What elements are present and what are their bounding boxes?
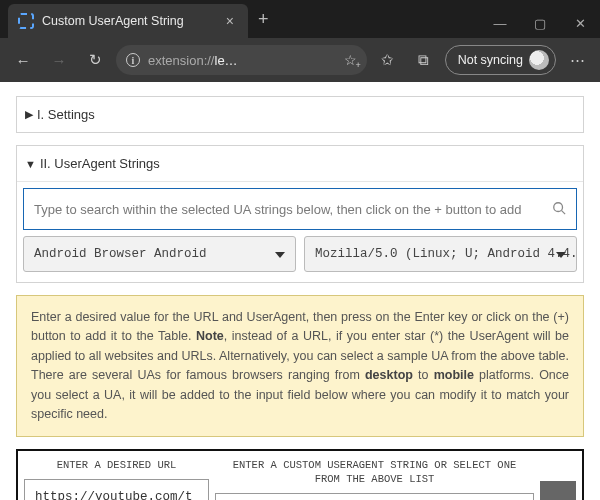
sync-button[interactable]: Not syncing bbox=[445, 45, 556, 75]
add-button[interactable]: + bbox=[540, 481, 576, 500]
settings-panel-title: I. Settings bbox=[37, 107, 95, 122]
window-controls: — ▢ ✕ bbox=[480, 8, 600, 38]
url-input[interactable]: https://youtube.com/tv bbox=[24, 479, 209, 500]
browser-tab[interactable]: Custom UserAgent String × bbox=[8, 4, 248, 38]
ua-panel-header[interactable]: ▼ II. UserAgent Strings bbox=[17, 146, 583, 182]
new-tab-button[interactable]: + bbox=[258, 9, 269, 30]
ua-panel-title: II. UserAgent Strings bbox=[40, 156, 160, 171]
tab-close-button[interactable]: × bbox=[222, 13, 238, 29]
collections-icon[interactable]: ⧉ bbox=[409, 45, 439, 75]
ua-column-header: Enter a custom UserAgent string or selec… bbox=[215, 457, 534, 492]
ua-search-box[interactable] bbox=[23, 188, 577, 230]
profile-avatar-icon bbox=[529, 50, 549, 70]
more-menu-button[interactable]: ⋯ bbox=[562, 45, 592, 75]
favorite-star-icon[interactable]: ☆+ bbox=[344, 52, 357, 68]
collapsed-triangle-icon: ▶ bbox=[25, 108, 33, 121]
search-icon bbox=[552, 201, 566, 218]
settings-panel: ▶ I. Settings bbox=[16, 96, 584, 133]
url-column: Enter a desired URL https://youtube.com/… bbox=[24, 457, 209, 500]
favorites-icon[interactable]: ✩ bbox=[373, 45, 403, 75]
settings-panel-header[interactable]: ▶ I. Settings bbox=[17, 97, 583, 132]
ua-select-row: Android Browser Android Mozilla/5.0 (Lin… bbox=[17, 236, 583, 282]
expanded-triangle-icon: ▼ bbox=[25, 158, 36, 170]
svg-line-1 bbox=[562, 210, 566, 214]
ua-strings-panel: ▼ II. UserAgent Strings Android Browser … bbox=[16, 145, 584, 283]
address-bar[interactable]: i extension://le… ☆+ bbox=[116, 45, 367, 75]
window-maximize-button[interactable]: ▢ bbox=[520, 8, 560, 38]
svg-point-0 bbox=[554, 202, 563, 211]
extension-favicon-icon bbox=[18, 13, 34, 29]
site-info-icon[interactable]: i bbox=[126, 53, 140, 67]
tab-title: Custom UserAgent String bbox=[42, 14, 214, 28]
window-close-button[interactable]: ✕ bbox=[560, 8, 600, 38]
nav-reload-button[interactable]: ↻ bbox=[80, 45, 110, 75]
nav-back-button[interactable]: ← bbox=[8, 45, 38, 75]
sync-label: Not syncing bbox=[458, 53, 523, 67]
ua-column: Enter a custom UserAgent string or selec… bbox=[215, 457, 534, 500]
url-text: extension://le… bbox=[148, 53, 238, 68]
nav-forward-button[interactable]: → bbox=[44, 45, 74, 75]
url-column-header: Enter a desired URL bbox=[24, 457, 209, 479]
ua-input[interactable]: Mozilla/5.0 (Linux; Tizen 2.3) AppleWebK… bbox=[215, 493, 534, 500]
help-text: Enter a desired value for the URL and Us… bbox=[16, 295, 584, 437]
ua-search-input[interactable] bbox=[34, 202, 552, 217]
title-bar: Custom UserAgent String × + — ▢ ✕ bbox=[0, 0, 600, 38]
custom-ua-input-block: Enter a desired URL https://youtube.com/… bbox=[16, 449, 584, 500]
browser-toolbar: ← → ↻ i extension://le… ☆+ ✩ ⧉ Not synci… bbox=[0, 38, 600, 82]
ua-string-select[interactable]: Mozilla/5.0 (Linux; U; Android 4.4.2; En bbox=[304, 236, 577, 272]
page-content: ▶ I. Settings ▼ II. UserAgent Strings An… bbox=[0, 82, 600, 500]
browser-select[interactable]: Android Browser Android bbox=[23, 236, 296, 272]
window-minimize-button[interactable]: — bbox=[480, 8, 520, 38]
